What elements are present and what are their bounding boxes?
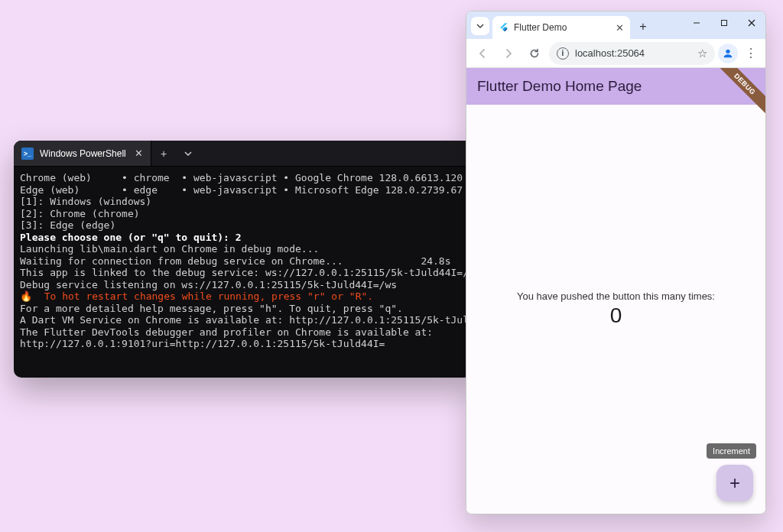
terminal-line: Chrome (web) • chrome • web-javascript •…: [20, 172, 466, 184]
terminal-tab-menu[interactable]: [176, 141, 200, 166]
back-button[interactable]: [471, 42, 494, 65]
fab-tooltip: Increment: [707, 443, 756, 459]
browser-tab-flutter[interactable]: Flutter Demo ✕: [492, 16, 630, 39]
svg-rect-1: [722, 21, 727, 26]
close-button[interactable]: [738, 11, 765, 34]
flutter-page: Flutter Demo Home Page DEBUG You have pu…: [466, 68, 765, 514]
powershell-icon: >_: [21, 148, 34, 160]
chrome-window: Flutter Demo ✕ + i localhost:25064 ☆ ⋮: [466, 11, 766, 514]
terminal-line: This app is linked to the debug service:…: [20, 267, 466, 279]
svg-point-4: [726, 49, 729, 53]
flutter-icon: [499, 22, 509, 33]
terminal-line: Please choose one (or "q" to quit): 2: [20, 232, 466, 244]
terminal-line: A Dart VM Service on Chrome is available…: [20, 314, 466, 326]
maximize-button[interactable]: [710, 11, 738, 34]
menu-button[interactable]: ⋮: [741, 44, 761, 63]
new-tab-button[interactable]: +: [633, 17, 653, 37]
close-icon[interactable]: ✕: [135, 148, 143, 159]
reload-button[interactable]: [523, 42, 546, 65]
plus-icon: +: [729, 472, 740, 494]
bookmark-icon[interactable]: ☆: [697, 47, 707, 60]
terminal-output[interactable]: Chrome (web) • chrome • web-javascript •…: [14, 167, 473, 355]
increment-fab[interactable]: +: [716, 465, 753, 501]
site-info-icon[interactable]: i: [557, 47, 569, 60]
tab-search-button[interactable]: [471, 17, 489, 35]
counter-caption: You have pushed the button this many tim…: [517, 290, 715, 302]
browser-toolbar: i localhost:25064 ☆ ⋮: [466, 39, 765, 68]
terminal-line: [2]: Chrome (chrome): [20, 208, 466, 220]
window-controls: [683, 11, 765, 36]
appbar-title: Flutter Demo Home Page: [477, 78, 642, 95]
terminal-line: [3]: Edge (edge): [20, 219, 466, 232]
terminal-line: Launching lib\main.dart on Chrome in deb…: [20, 243, 466, 255]
powershell-window: >_ Windows PowerShell ✕ + Chrome (web) •…: [14, 141, 473, 378]
profile-button[interactable]: [718, 44, 738, 63]
address-bar[interactable]: i localhost:25064 ☆: [549, 42, 715, 65]
terminal-tabstrip: >_ Windows PowerShell ✕ +: [14, 141, 473, 167]
terminal-line: The Flutter DevTools debugger and profil…: [20, 326, 466, 339]
terminal-line: http://127.0.0.1:9101?uri=http://127.0.0…: [20, 338, 466, 350]
terminal-line: Debug service listening on ws://127.0.0.…: [20, 279, 466, 291]
browser-tab-title: Flutter Demo: [514, 22, 567, 33]
terminal-line: Waiting for connection from debug servic…: [20, 255, 466, 268]
forward-button[interactable]: [497, 42, 520, 65]
minimize-button[interactable]: [683, 11, 710, 34]
terminal-tab-title: Windows PowerShell: [40, 148, 126, 159]
terminal-line: Edge (web) • edge • web-javascript • Mic…: [20, 184, 466, 196]
url-text: localhost:25064: [575, 47, 645, 59]
counter-value: 0: [610, 303, 622, 328]
terminal-line: 🔥 To hot restart changes while running, …: [20, 290, 466, 303]
terminal-new-tab[interactable]: +: [151, 141, 176, 166]
close-icon[interactable]: ✕: [616, 22, 624, 34]
terminal-tab-powershell[interactable]: >_ Windows PowerShell ✕: [14, 141, 151, 166]
chrome-tabstrip: Flutter Demo ✕ +: [466, 11, 765, 39]
flutter-appbar: Flutter Demo Home Page: [466, 68, 765, 105]
terminal-line: [1]: Windows (windows): [20, 196, 466, 208]
terminal-line: For a more detailed help message, press …: [20, 303, 466, 315]
